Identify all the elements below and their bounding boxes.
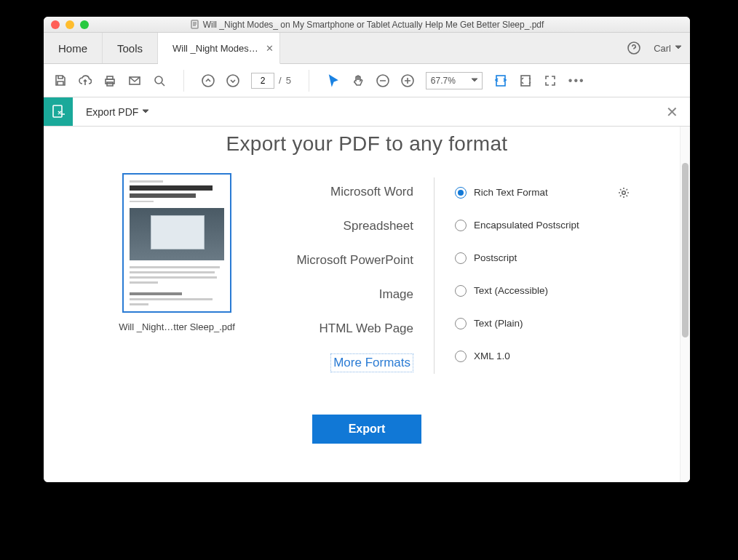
window-title-text: Will _Night Modes_ on My Smartphone or T… [203, 20, 544, 30]
category-spreadsheet[interactable]: Spreadsheet [250, 209, 413, 243]
category-html[interactable]: HTML Web Page [250, 311, 413, 345]
zoom-value: 67.7% [431, 76, 456, 86]
tab-document[interactable]: Will _Night Modes… ✕ [158, 33, 280, 64]
export-pdf-icon [44, 97, 73, 126]
mail-icon[interactable] [128, 74, 141, 87]
svg-point-8 [227, 75, 239, 87]
svg-rect-3 [107, 76, 113, 79]
option-label: Text (Plain) [474, 318, 523, 329]
fit-page-icon[interactable] [519, 74, 532, 87]
category-ms-word[interactable]: Microsoft Word [250, 175, 413, 209]
app-window: Will _Night Modes_ on My Smartphone or T… [44, 17, 690, 482]
category-image[interactable]: Image [250, 277, 413, 311]
export-option-list: Rich Text Format Encapsulated Postscript… [455, 173, 630, 372]
chevron-down-icon [675, 45, 681, 51]
document-thumbnail-column: Will _Night…tter Sleep_.pdf [104, 173, 250, 332]
radio-icon [455, 187, 467, 199]
user-menu[interactable]: Carl [654, 43, 681, 54]
fit-width-icon[interactable] [494, 74, 507, 87]
zoom-dropdown[interactable]: 67.7% [426, 72, 483, 89]
user-name: Carl [654, 43, 671, 54]
export-heading: Export your PDF to any format [44, 132, 690, 156]
help-icon[interactable] [627, 41, 640, 55]
vertical-divider [434, 177, 435, 374]
tab-bar: Home Tools Will _Night Modes… ✕ Carl [44, 33, 690, 64]
window-controls [44, 20, 89, 29]
page-total: 5 [286, 75, 291, 86]
option-text-accessible[interactable]: Text (Accessible) [455, 274, 630, 307]
tab-tools[interactable]: Tools [103, 33, 158, 63]
zoom-in-icon[interactable] [401, 74, 414, 87]
page-input[interactable] [251, 73, 274, 89]
export-panel: Export your PDF to any format [44, 127, 690, 482]
option-rtf[interactable]: Rich Text Format [455, 176, 630, 209]
export-panel-header: Export PDF ✕ [44, 97, 690, 127]
radio-icon [455, 220, 467, 231]
titlebar: Will _Night Modes_ on My Smartphone or T… [44, 17, 690, 33]
svg-point-6 [155, 76, 162, 84]
option-eps[interactable]: Encapsulated Postscript [455, 209, 630, 241]
svg-point-14 [622, 191, 626, 194]
zoom-window-button[interactable] [80, 20, 89, 29]
svg-rect-12 [521, 76, 530, 86]
radio-icon [455, 285, 467, 297]
option-label: Postscript [474, 252, 517, 263]
zoom-out-icon[interactable] [376, 74, 389, 87]
scrollbar[interactable] [680, 127, 690, 482]
radio-icon [455, 252, 467, 264]
export-button[interactable]: Export [312, 415, 421, 444]
radio-icon [455, 351, 467, 362]
svg-point-7 [202, 75, 214, 87]
gear-icon[interactable] [618, 187, 630, 199]
export-panel-dropdown[interactable]: Export PDF [73, 97, 162, 126]
print-icon[interactable] [103, 74, 116, 87]
hand-tool-icon[interactable] [352, 74, 365, 87]
document-thumbnail[interactable] [122, 173, 231, 313]
fullscreen-icon[interactable] [544, 74, 557, 87]
svg-rect-0 [191, 20, 198, 28]
select-tool-icon[interactable] [327, 74, 340, 87]
toolbar: / 5 67.7% ••• [44, 64, 690, 97]
option-postscript[interactable]: Postscript [455, 241, 630, 274]
save-icon[interactable] [54, 74, 67, 87]
cloud-upload-icon[interactable] [79, 74, 92, 87]
search-icon[interactable] [153, 74, 166, 87]
chevron-down-icon [472, 78, 477, 84]
export-category-list: Microsoft Word Spreadsheet Microsoft Pow… [250, 173, 413, 380]
window-title: Will _Night Modes_ on My Smartphone or T… [44, 20, 690, 30]
page-down-icon[interactable] [226, 74, 239, 87]
tab-home[interactable]: Home [44, 33, 103, 63]
page-up-icon[interactable] [202, 74, 215, 87]
option-label: Rich Text Format [474, 187, 548, 198]
option-label: Text (Accessible) [474, 285, 548, 296]
radio-icon [455, 318, 467, 329]
minimize-window-button[interactable] [66, 20, 74, 29]
category-more-formats[interactable]: More Formats [250, 345, 413, 380]
document-thumbnail-name: Will _Night…tter Sleep_.pdf [119, 321, 235, 332]
page-indicator: / 5 [251, 73, 291, 89]
category-ms-powerpoint[interactable]: Microsoft PowerPoint [250, 243, 413, 277]
option-xml[interactable]: XML 1.0 [455, 340, 630, 372]
close-window-button[interactable] [51, 20, 60, 29]
export-panel-label: Export PDF [86, 106, 138, 118]
more-tools-icon[interactable]: ••• [568, 74, 585, 87]
tab-close-icon[interactable]: ✕ [266, 43, 274, 54]
option-label: Encapsulated Postscript [474, 220, 579, 231]
option-text-plain[interactable]: Text (Plain) [455, 307, 630, 340]
tab-document-label: Will _Night Modes… [172, 43, 258, 54]
scrollbar-thumb[interactable] [682, 163, 689, 337]
chevron-down-icon [143, 109, 148, 115]
option-label: XML 1.0 [474, 351, 510, 361]
close-panel-button[interactable]: ✕ [654, 97, 690, 126]
